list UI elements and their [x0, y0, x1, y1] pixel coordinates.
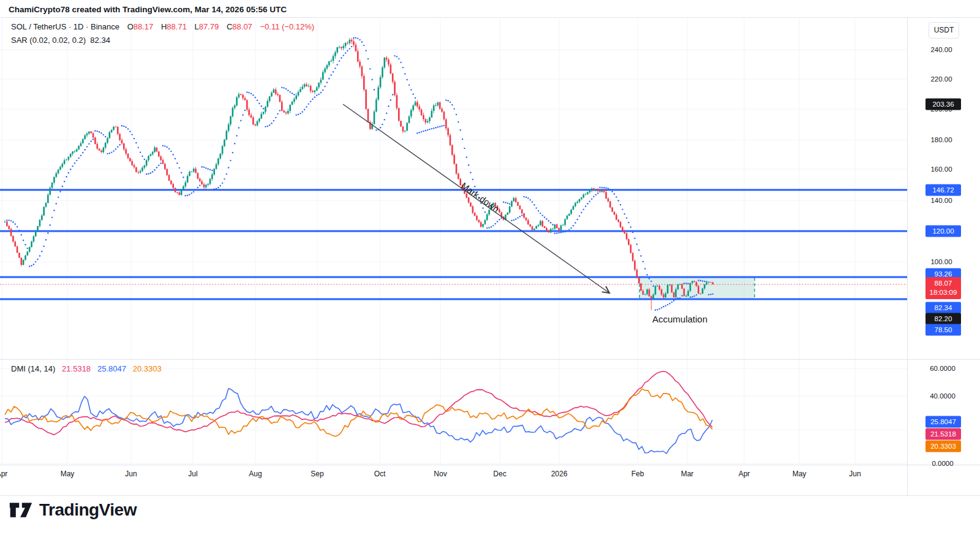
symbol-legend[interactable]: SOL / TetherUS · 1D · Binance O88.17 H88… — [11, 22, 314, 31]
chart-canvas[interactable]: Mark-down — [0, 0, 980, 537]
dmi-badge: 21.5318 — [925, 428, 961, 440]
time-axis-label: Apr — [0, 470, 7, 478]
footer-brand: TradingView — [9, 498, 137, 522]
price-badge: 88.0718:03:09 — [925, 277, 961, 299]
time-axis-label: May — [793, 470, 807, 478]
time-axis-label: Oct — [374, 470, 386, 478]
open-label: O — [127, 22, 134, 31]
price-tick-label: 220.00 — [922, 75, 960, 83]
dmi-badge: 25.8047 — [925, 416, 961, 428]
close-value: 88.07 — [232, 22, 252, 31]
time-axis-label: Mar — [681, 470, 694, 478]
time-axis-label: Nov — [434, 470, 447, 478]
dmi-label: DMI (14, 14) — [11, 364, 55, 373]
pane-divider[interactable] — [0, 359, 980, 360]
time-axis-label: May — [61, 470, 75, 478]
dmi-plusdi-value: 25.8047 — [97, 364, 126, 373]
time-axis-label: Feb — [631, 470, 644, 478]
price-badge: 82.20 — [925, 313, 961, 325]
accumulation-label: Accumulation — [652, 314, 707, 324]
time-axis-label: 2026 — [551, 470, 568, 478]
high-label: H — [161, 22, 167, 31]
dmi-tick-label: 60.0000 — [922, 365, 963, 372]
high-value: 88.71 — [167, 22, 187, 31]
time-axis-label: Jun — [125, 470, 137, 478]
markdown-label: Mark-down — [459, 181, 501, 215]
price-tick-label: 140.00 — [922, 197, 960, 204]
symbol-title[interactable]: SOL / TetherUS · 1D · Binance — [11, 22, 119, 31]
close-label: C — [227, 22, 232, 31]
time-axis-label: Jun — [849, 470, 861, 478]
tradingview-wordmark: TradingView — [39, 500, 137, 520]
price-badge: 203.36 — [925, 99, 961, 110]
price-badge: 120.00 — [925, 226, 961, 237]
time-axis-label: Apr — [739, 470, 750, 478]
tradingview-chart-page: ChamiCrypto78 created with TradingView.c… — [0, 0, 980, 537]
price-tick-label: 100.00 — [922, 258, 960, 265]
dmi-legend[interactable]: DMI (14, 14) 21.5318 25.8047 20.3303 — [11, 364, 162, 373]
dmi-minusdi-value: 20.3303 — [133, 364, 162, 373]
currency-button[interactable]: USDT — [929, 22, 959, 39]
dmi-badge: 20.3303 — [925, 441, 961, 452]
price-tick-label: 240.00 — [922, 46, 960, 53]
time-axis-divider — [0, 465, 980, 465]
low-label: L — [195, 22, 199, 31]
price-tick-label: 180.00 — [922, 136, 960, 143]
time-axis-label: Aug — [249, 470, 262, 478]
open-value: 88.17 — [134, 22, 154, 31]
dmi-tick-label: 0.0000 — [922, 460, 963, 467]
dmi-pane — [5, 371, 712, 454]
dmi-tick-label: 40.0000 — [922, 392, 963, 400]
time-axis-label: Dec — [493, 470, 506, 478]
chart-top-border — [0, 17, 980, 18]
price-pane: Mark-down — [0, 37, 907, 310]
dmi-adx-value: 21.5318 — [62, 364, 91, 373]
time-axis-label: Sep — [311, 470, 323, 478]
price-axis-divider — [907, 17, 908, 495]
sar-legend[interactable]: SAR (0.02, 0.02, 0.2) 82.34 — [11, 36, 110, 45]
price-badge: 146.72 — [925, 185, 961, 196]
time-axis-label: Jul — [188, 470, 197, 478]
price-tick-label: 160.00 — [922, 166, 960, 173]
price-badge: 82.34 — [925, 302, 961, 314]
chart-bottom-border — [0, 495, 980, 496]
sar-value: 82.34 — [90, 36, 110, 45]
tradingview-logo-icon — [9, 498, 33, 522]
price-badge: 78.50 — [925, 324, 961, 336]
change-value: −0.11 (−0.12%) — [260, 22, 314, 31]
sar-label: SAR (0.02, 0.02, 0.2) — [11, 36, 86, 45]
low-value: 87.79 — [199, 22, 219, 31]
